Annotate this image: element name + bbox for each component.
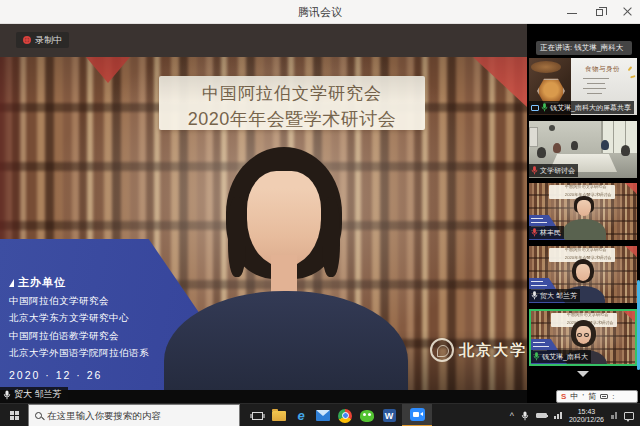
- ime-mode-chinese[interactable]: 中: [570, 393, 578, 401]
- task-view-button[interactable]: [246, 404, 268, 426]
- participant-name: 钱艾琳_南科大的屏幕共享: [550, 103, 631, 113]
- window-controls: [566, 0, 634, 24]
- speaking-indicator: 正在讲话: 钱艾琳_南科大: [536, 41, 632, 55]
- mini-person-face: [576, 264, 590, 281]
- word-icon: W: [383, 409, 396, 422]
- window-titlebar: 腾讯会议: [0, 0, 640, 24]
- sogou-logo-icon[interactable]: S: [561, 393, 566, 401]
- windows-logo-icon: [10, 411, 19, 420]
- thumbnail-label: 钱艾琳_南科大的屏幕共享: [529, 101, 634, 114]
- mini-decor-triangle-icon: [623, 311, 635, 322]
- clock-date: 2020/12/26: [569, 416, 604, 424]
- room-person: [537, 147, 546, 158]
- mini-person-glasses: [577, 333, 589, 337]
- maximize-button[interactable]: [594, 6, 606, 18]
- ime-simplified[interactable]: 简: [588, 393, 596, 401]
- recording-label: 录制中: [35, 34, 62, 47]
- main-video-stage: 录制中 中国阿拉伯文学研究会 2020年年会暨学术研讨会 主办单位 中国阿拉伯文…: [0, 24, 527, 403]
- screen: 腾讯会议 录制中 中国阿拉伯文学研究会 2020年年会暨学术研讨会: [0, 0, 640, 426]
- chrome-button[interactable]: [334, 404, 356, 426]
- mail-icon: [316, 410, 330, 421]
- ime-more-icon[interactable]: :: [612, 393, 614, 401]
- speaker-body: [164, 291, 408, 390]
- mini-banner-line1: 中国阿拉伯文学研究会: [567, 313, 601, 317]
- task-view-icon: [252, 412, 263, 420]
- thumbnail-label: 林丰民: [529, 226, 564, 239]
- screen-share-icon: [531, 105, 539, 111]
- tray-up-arrow-icon[interactable]: ^: [510, 411, 514, 421]
- close-button[interactable]: [622, 6, 634, 18]
- more-participants-arrow-icon[interactable]: [577, 371, 589, 377]
- taskbar-search[interactable]: [28, 404, 240, 426]
- mini-banner-line1: 中国阿拉伯文学研究会: [565, 185, 599, 189]
- mini-banner-line1: 中国阿拉伯文学研究会: [565, 248, 599, 252]
- thumbnail-label: 文学研讨会: [529, 164, 578, 177]
- slide-decor: [627, 66, 631, 71]
- chrome-icon: [338, 409, 352, 423]
- mini-decor-triangle-icon: [625, 246, 637, 257]
- mini-person-body: [562, 219, 606, 240]
- clock-time: 15:43: [569, 408, 604, 416]
- ie-icon: e: [297, 409, 304, 422]
- speaker-name-tag: 贸大 邹兰芳: [0, 387, 68, 402]
- slide-bullet-lines: [571, 74, 637, 94]
- participant-name: 贸大 邹兰芳: [540, 291, 577, 301]
- speaker-hair-side: [228, 197, 246, 277]
- minimize-button[interactable]: [566, 6, 578, 18]
- stage-top-strip: [0, 24, 527, 57]
- recording-icon: [23, 36, 31, 44]
- tray-battery-icon[interactable]: [536, 413, 547, 419]
- ime-toolbar[interactable]: S 中 ’ 简 :: [556, 390, 638, 403]
- microphone-icon: [3, 390, 11, 400]
- tray-meeting-icon[interactable]: [611, 412, 617, 419]
- tencent-meeting-taskbar-button[interactable]: [402, 404, 432, 426]
- microphone-active-icon: [533, 352, 540, 361]
- taskbar-clock[interactable]: 15:43 2020/12/26: [569, 408, 604, 424]
- tray-mic-icon[interactable]: [521, 411, 529, 421]
- thumbnail-participant-qian-active[interactable]: 中国阿拉伯文学研究会 2020年年会暨学术研讨会 钱艾琳_南科大: [529, 309, 637, 366]
- recording-badge: 录制中: [16, 32, 69, 48]
- slide-title: 食物与身份: [585, 65, 620, 74]
- participant-name: 文学研讨会: [540, 166, 575, 176]
- participant-name: 林丰民: [540, 228, 561, 238]
- folder-icon: [272, 411, 286, 421]
- tencent-meeting-icon: [410, 408, 425, 421]
- thumbnail-label: 钱艾琳_南科大: [531, 350, 591, 363]
- search-icon: [35, 412, 42, 419]
- speaker-name: 贸大 邹兰芳: [14, 388, 62, 401]
- participant-name: 钱艾琳_南科大: [542, 352, 588, 362]
- room-person: [601, 140, 609, 150]
- microphone-icon: [541, 103, 548, 112]
- mini-decor-triangle-icon: [625, 183, 637, 194]
- wall-clock: [549, 125, 555, 131]
- ime-keyboard-icon[interactable]: [600, 394, 608, 399]
- speaker-person: [0, 57, 527, 390]
- speaker-video[interactable]: 中国阿拉伯文学研究会 2020年年会暨学术研讨会 主办单位 中国阿拉伯文学研究会…: [0, 57, 527, 390]
- thumbnail-screen-share[interactable]: 食物与身份 钱艾琳_南科大的屏幕共享: [529, 58, 637, 115]
- speaker-hair-side: [322, 197, 340, 277]
- room-whiteboard: [529, 127, 538, 147]
- window-title: 腾讯会议: [0, 5, 640, 20]
- ie-browser-button[interactable]: e: [290, 404, 312, 426]
- mini-person-face: [577, 200, 591, 216]
- thumbnail-participant-zou[interactable]: 中国阿拉伯文学研究会 2020年年会暨学术研讨会 贸大 邹兰芳: [529, 246, 637, 303]
- microphone-muted-icon: [531, 166, 538, 175]
- thumbnail-meeting-room[interactable]: 文学研讨会: [529, 121, 637, 178]
- file-explorer-button[interactable]: [268, 404, 290, 426]
- microphone-icon: [531, 291, 538, 300]
- word-button[interactable]: W: [378, 404, 400, 426]
- wechat-button[interactable]: [356, 404, 378, 426]
- system-tray: ^ 15:43 2020/12/26: [510, 404, 640, 426]
- participants-sidebar: 正在讲话: 钱艾琳_南科大 食物与身份 钱艾琳_南科大的屏幕共享: [527, 24, 640, 403]
- mail-button[interactable]: [312, 404, 334, 426]
- speaker-face: [247, 171, 321, 267]
- thumbnail-participant-lin[interactable]: 中国阿拉伯文学研究会 2020年年会暨学术研讨会 林丰民: [529, 183, 637, 240]
- room-person: [553, 143, 561, 153]
- tray-network-icon[interactable]: [554, 412, 562, 419]
- wechat-icon: [360, 410, 374, 422]
- start-button[interactable]: [0, 404, 28, 426]
- microphone-muted-icon: [531, 228, 538, 237]
- ime-apostrophe[interactable]: ’: [582, 393, 584, 401]
- search-input[interactable]: [47, 410, 233, 421]
- tray-chat-icon[interactable]: [624, 412, 634, 420]
